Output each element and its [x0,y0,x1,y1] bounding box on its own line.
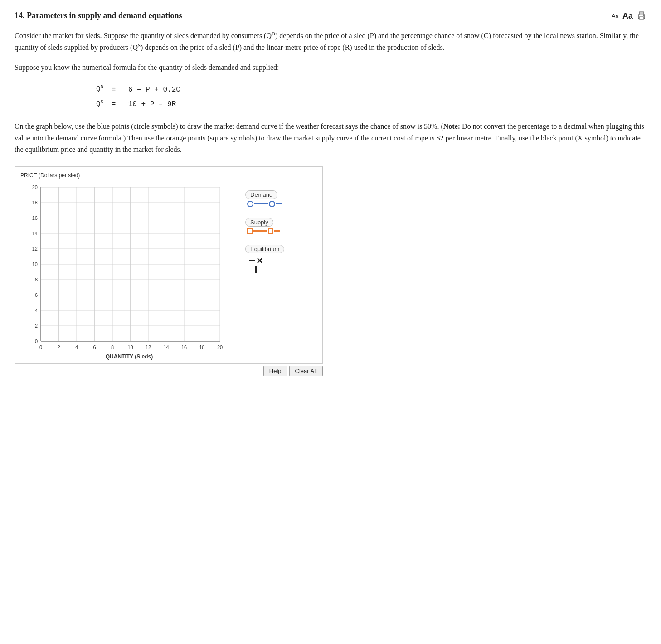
supply-square-1 [247,228,253,234]
eq2-rhs: 10 + P – 9R [128,97,176,111]
y-axis-label: PRICE (Dollars per sled) [20,172,238,179]
supply-dash-end [274,230,280,232]
demand-circle-2 [269,201,275,207]
supply-label: Supply [245,218,273,227]
equilibrium-label: Equilibrium [245,245,284,253]
svg-text:12: 12 [32,246,38,252]
svg-text:12: 12 [146,344,151,350]
svg-text:4: 4 [35,308,38,313]
x-axis-label: QUANTITY (Sleds) [20,353,238,360]
svg-point-3 [643,15,644,16]
question-title: Parameters in supply and demand equation… [27,11,182,20]
supply-square-2 [268,228,273,234]
svg-text:14: 14 [32,231,38,236]
svg-text:2: 2 [35,323,38,329]
print-icon[interactable] [637,11,646,21]
svg-rect-2 [639,17,644,19]
equation-1: QD = 6 – P + 0.2C [96,82,646,97]
eq-x-symbol: ✕ [256,256,263,266]
eq-vert-line [255,266,257,273]
supply-dash [253,230,267,232]
equations-block: QD = 6 – P + 0.2C QS = 10 + P – 9R [96,82,646,111]
page-title: 14. Parameters in supply and demand equa… [15,11,182,20]
help-button[interactable]: Help [263,366,287,376]
eq1-rhs: 6 – P + 0.2C [128,82,180,97]
svg-text:8: 8 [35,277,38,282]
paragraph-3: On the graph below, use the blue points … [15,121,646,155]
svg-text:2: 2 [57,344,60,350]
svg-text:16: 16 [32,215,38,221]
legend-supply: Supply [245,218,284,234]
equilibrium-symbol: ✕ [249,256,263,273]
button-row: Help Clear All [15,366,323,376]
svg-text:10: 10 [127,344,133,350]
clear-all-button[interactable]: Clear All [289,366,323,376]
demand-circle-1 [247,201,253,207]
eq-dash-left [249,260,255,261]
graph-area: PRICE (Dollars per sled) [20,172,238,360]
legend-area: Demand Supply Equilibrium [238,172,284,273]
svg-text:16: 16 [181,344,187,350]
paragraph2-text: Suppose you know the numerical formula f… [15,63,279,71]
paragraph-2: Suppose you know the numerical formula f… [15,62,646,73]
eq2-equals: = [107,97,124,111]
page-header: 14. Parameters in supply and demand equa… [15,11,646,21]
svg-text:20: 20 [32,184,38,190]
svg-text:6: 6 [93,344,96,350]
demand-dash-end [276,203,282,204]
legend-demand: Demand [245,190,284,207]
svg-text:6: 6 [35,292,38,298]
svg-text:0: 0 [39,344,42,350]
svg-text:0: 0 [35,339,38,344]
svg-text:10: 10 [32,261,38,267]
svg-text:14: 14 [163,344,169,350]
demand-line-indicator [247,201,282,207]
eq-horiz: ✕ [249,256,263,266]
svg-rect-1 [639,12,644,15]
eq1-lhs: QD [96,82,103,97]
font-small-button[interactable]: Aa [612,13,619,19]
graph-container: PRICE (Dollars per sled) [15,166,323,364]
demand-label: Demand [245,190,277,199]
chart-svg[interactable]: 0 2 4 6 8 10 12 14 16 18 20 0 2 4 6 8 10… [20,180,229,353]
demand-dash [254,203,268,204]
svg-text:8: 8 [111,344,114,350]
svg-text:18: 18 [199,344,204,350]
font-controls: Aa Aa [612,11,646,21]
eq1-equals: = [107,82,124,97]
font-large-button[interactable]: Aa [622,11,633,21]
svg-text:18: 18 [32,200,38,205]
equation-2: QS = 10 + P – 9R [96,97,646,111]
svg-text:4: 4 [75,344,78,350]
question-number: 14. [15,11,25,20]
note-bold: Note: [443,122,460,130]
svg-text:20: 20 [217,344,223,350]
eq2-lhs: QS [96,97,103,111]
legend-equilibrium: Equilibrium ✕ [245,245,284,273]
paragraph-1: Consider the market for sleds. Suppose t… [15,30,646,53]
supply-line-indicator [247,228,280,234]
